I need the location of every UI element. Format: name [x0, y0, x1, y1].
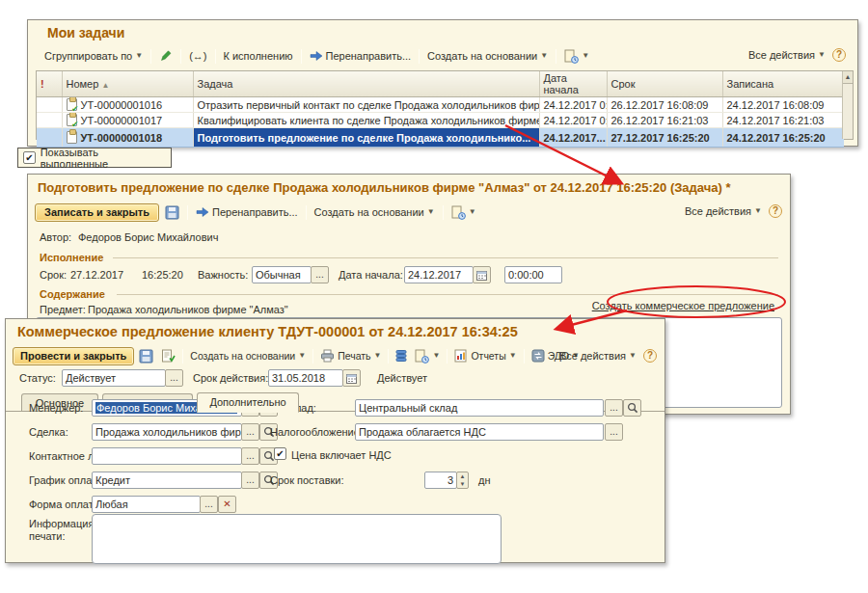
save-button[interactable]	[162, 203, 182, 222]
clear-icon[interactable]: ✕	[218, 496, 236, 513]
offer-all-actions: Все действия▼ ?	[556, 348, 657, 364]
table-row[interactable]: УТ-00000001016 Отразить первичный контак…	[37, 97, 844, 113]
task-number: УТ-00000001016	[81, 99, 163, 111]
toolbar-separator	[312, 349, 313, 364]
vat-checkbox-label[interactable]: Цена включает НДС	[291, 449, 392, 461]
chevron-down-icon: ▼	[540, 52, 548, 60]
validity-label: Срок действия:	[193, 372, 268, 384]
scroll-up-icon[interactable]: ▲	[843, 71, 853, 84]
validity-field[interactable]: 31.05.2018	[268, 369, 343, 387]
tab-additional-active[interactable]: Дополнительно	[197, 392, 299, 413]
tasks-all-actions: Все действия▼ ?	[746, 47, 846, 63]
structure-button[interactable]	[393, 347, 410, 364]
toolbar-separator	[187, 205, 188, 220]
all-actions-button[interactable]: Все действия▼	[746, 47, 828, 63]
warehouse-field[interactable]: Центральный склад	[355, 399, 604, 417]
resize-columns-button[interactable]: (↔)	[186, 48, 209, 64]
task-due: 27.12.2017 16:25:20	[607, 128, 722, 148]
task-doc-icon	[67, 131, 77, 144]
table-row-selected[interactable]: УТ-00000001018 Подготовить предложение п…	[37, 128, 844, 148]
post-close-button[interactable]: Провести и закрыть	[13, 347, 134, 365]
status-field[interactable]: Действует	[62, 369, 166, 387]
col-task[interactable]: Задача	[193, 71, 539, 97]
reports-button[interactable]: Отчеты▼	[451, 347, 519, 364]
deal-field[interactable]: Продажа холодильников фирме "А	[92, 423, 242, 441]
help-icon[interactable]: ?	[769, 204, 782, 218]
create-based-on-button[interactable]: Создать на основании▼	[312, 204, 438, 220]
reports-label: Отчеты	[471, 350, 505, 362]
document-clock-icon	[415, 349, 429, 364]
document-menu-button[interactable]: ▼	[561, 47, 592, 66]
author-link[interactable]: Федоров Борис Михайлович	[78, 231, 218, 243]
create-based-on-button[interactable]: Создать на основании▼	[187, 348, 309, 364]
payform-select-button[interactable]: ...	[200, 496, 218, 513]
contact-field[interactable]	[92, 447, 242, 465]
deal-label: Сделка:	[29, 426, 68, 438]
spinner-stepper[interactable]: ▲▼	[456, 472, 469, 489]
redirect-button[interactable]: Перенаправить...	[193, 204, 301, 220]
start-time-field[interactable]: 0:00:00	[504, 266, 562, 283]
print-button[interactable]: Печать▼	[317, 347, 384, 364]
print-info-textarea[interactable]	[92, 514, 502, 564]
col-flag[interactable]: !	[37, 71, 62, 97]
calendar-icon[interactable]	[342, 369, 361, 387]
importance-select-button[interactable]: ...	[311, 266, 329, 283]
create-based-on-button[interactable]: Создать на основании▼	[424, 48, 551, 64]
task-start: 24.12.2017 0:...	[539, 97, 607, 113]
payment-form-field[interactable]: Любая	[92, 496, 201, 513]
status-select-button[interactable]: ...	[165, 369, 183, 387]
task-title: Квалифицировать клиента по сделке Продаж…	[193, 113, 539, 128]
importance-label: Важность:	[198, 269, 248, 281]
col-recorded[interactable]: Записана	[722, 71, 844, 97]
help-icon[interactable]: ?	[643, 349, 657, 363]
delivery-field[interactable]: 3	[424, 472, 457, 489]
all-actions-button[interactable]: Все действия▼	[682, 203, 765, 219]
report-chart-icon	[454, 349, 468, 363]
tax-select-button[interactable]: ...	[605, 423, 623, 441]
due-date: 27.12.2017	[70, 269, 123, 281]
col-number[interactable]: Номер ▲	[62, 71, 193, 97]
page-title: Мои задачи	[47, 25, 124, 40]
start-date-field[interactable]: 24.12.2017	[404, 266, 474, 283]
task-recorded: 24.12.2017 16:08:09	[722, 97, 844, 113]
vat-checkbox-checked[interactable]: ✔	[274, 447, 286, 460]
forward-arrow-icon	[196, 206, 209, 218]
show-completed-filter[interactable]: ✔ Показывать выполненные	[17, 148, 172, 168]
redirect-button[interactable]: Перенаправить...	[307, 48, 415, 64]
tax-field[interactable]: Продажа облагается НДС	[355, 423, 604, 441]
document-menu-button[interactable]: ▼	[412, 347, 443, 365]
warehouse-select-button[interactable]: ...	[605, 399, 623, 417]
table-scrollbar[interactable]: ▲	[842, 71, 853, 139]
save-button[interactable]	[136, 347, 156, 365]
magnifier-icon[interactable]	[623, 399, 641, 417]
group-by-button[interactable]: Сгруппировать по▼	[41, 48, 146, 64]
printer-icon	[320, 349, 335, 363]
to-execution-button[interactable]: К исполнению	[221, 48, 296, 64]
col-start[interactable]: Дата начала	[539, 71, 607, 97]
redirect-label: Перенаправить...	[326, 50, 412, 62]
calendar-icon[interactable]	[473, 266, 491, 283]
payment-schedule-field[interactable]: Кредит	[92, 472, 242, 489]
post-button[interactable]	[158, 347, 178, 365]
task-recorded: 24.12.2017 16:25:20	[722, 128, 844, 148]
chevron-down-icon: ▼	[582, 52, 589, 60]
delivery-unit: дн	[478, 474, 491, 486]
create-offer-link[interactable]: Создать коммерческое предложение	[592, 300, 774, 311]
schedule-select-button[interactable]: ...	[241, 472, 259, 489]
chevron-down-icon: ▼	[427, 208, 435, 216]
save-close-button[interactable]: Записать и закрыть	[35, 203, 159, 222]
all-actions-button[interactable]: Все действия▼	[556, 348, 639, 364]
toolbar-separator	[182, 349, 183, 364]
contact-select-button[interactable]: ...	[241, 447, 259, 465]
subject-link[interactable]: Продажа холодильников фирме "Алмаз"	[88, 304, 288, 315]
start-date-label: Дата начала:	[339, 269, 403, 281]
deal-select-button[interactable]: ...	[241, 423, 259, 441]
table-header-row: ! Номер ▲ Задача Дата начала Срок Записа…	[37, 71, 844, 97]
edit-button[interactable]	[156, 47, 176, 65]
checkbox-checked-icon[interactable]: ✔	[23, 151, 36, 164]
importance-field[interactable]: Обычная	[252, 266, 312, 283]
table-row[interactable]: УТ-00000001017 Квалифицировать клиента п…	[37, 113, 844, 128]
help-icon[interactable]: ?	[832, 48, 846, 62]
document-menu-button[interactable]: ▼	[448, 203, 479, 222]
col-due[interactable]: Срок	[607, 71, 722, 97]
